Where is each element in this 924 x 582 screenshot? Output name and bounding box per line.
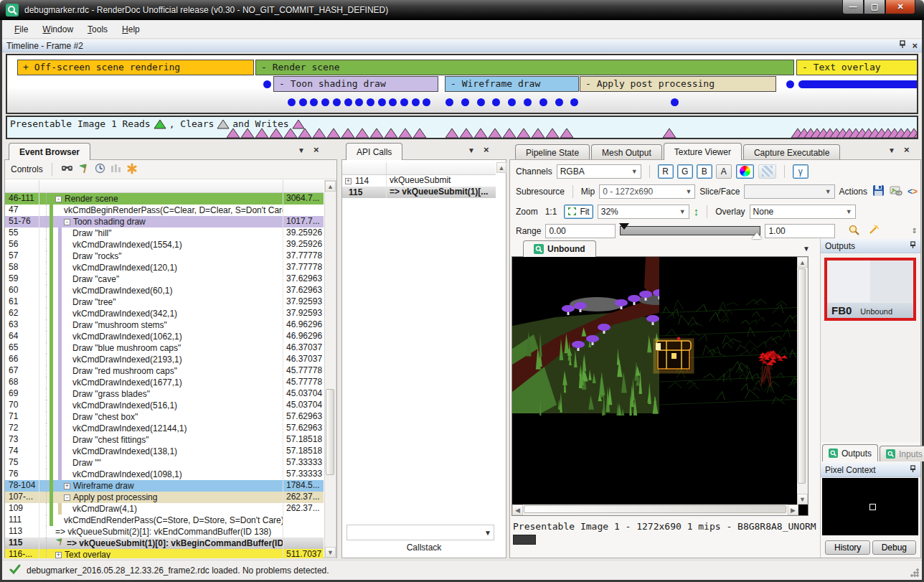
resize-grip[interactable] [910, 568, 919, 577]
zoom-1to1-button[interactable]: 1:1 [542, 205, 560, 219]
tab-capture-executable[interactable]: Capture Executable [743, 144, 840, 160]
find-icon[interactable] [61, 163, 73, 176]
column-api-eid[interactable] [342, 162, 387, 174]
zoom-range-icon[interactable] [848, 224, 860, 238]
event-row[interactable]: 68vkCmdDrawIndexed(1677,1)45.77778 [5, 377, 324, 388]
timeline-event-dot[interactable] [412, 98, 420, 106]
flip-y-icon[interactable]: ↕ [694, 205, 699, 217]
event-row[interactable]: 70vkCmdDrawIndexed(516,1)45.03704 [5, 400, 324, 411]
event-row[interactable]: 64vkCmdDrawIndexed(1062,1)46.96296 [5, 331, 324, 342]
timeline-event-dot[interactable] [389, 98, 397, 106]
event-row[interactable]: 61Draw "tree"37.92593 [5, 296, 324, 308]
timeline-event-dot[interactable] [321, 98, 329, 106]
timeline-event-dot[interactable] [786, 80, 794, 88]
api-calls-header[interactable] [342, 162, 496, 175]
timeline-event-dot[interactable] [355, 98, 363, 106]
event-row[interactable]: 51-76-Toon shading draw1017.7... [5, 216, 324, 227]
channel-a-toggle[interactable]: A [716, 164, 732, 179]
timeline-event-dot[interactable] [446, 98, 453, 106]
menu-item-file[interactable]: File [8, 22, 34, 37]
timeline-event-dot[interactable] [400, 98, 408, 106]
time-icon[interactable] [95, 163, 105, 176]
open-code-icon[interactable]: <> [908, 187, 918, 197]
texture-hscrollbar[interactable]: ◀ ▶ [512, 504, 798, 515]
event-row[interactable]: 66vkCmdDrawIndexed(2193,1)46.37037 [5, 354, 324, 365]
minimize-button[interactable]: — [842, 0, 864, 14]
timeline-marker-bar[interactable]: + Off-screen scene rendering [17, 60, 254, 75]
fit-button[interactable]: Fit [564, 205, 593, 219]
tree-expander[interactable]: - [55, 196, 62, 202]
tree-expander[interactable]: - [64, 494, 70, 501]
channel-b-toggle[interactable]: B [697, 164, 712, 179]
link-icon[interactable] [890, 185, 902, 198]
slice-face-select[interactable]: ▼ [744, 184, 834, 199]
timeline-event-dot[interactable] [378, 98, 386, 106]
maximize-button[interactable]: ▢ [864, 0, 885, 14]
timeline-event-dot[interactable] [333, 98, 341, 106]
timeline-event-dot[interactable] [367, 98, 374, 106]
event-row[interactable]: 115=> vkQueueSubmit(1)[0]: vkBeginComman… [5, 538, 324, 549]
columns-icon[interactable] [110, 163, 121, 176]
texture-list-caret[interactable]: ▼ [803, 245, 810, 253]
api-calls-list[interactable]: + 114vkQueueSubmit 115=> vkQueueSubmit(1… [342, 175, 496, 198]
event-row[interactable]: 60vkCmdDrawIndexed(60,1)37.62963 [5, 285, 324, 296]
pixel-context-view[interactable] [822, 478, 918, 535]
event-row[interactable]: 107-...-Apply post processing262.37... [5, 492, 324, 503]
column-eid[interactable] [5, 180, 39, 192]
callstack-scroll-caret[interactable]: ▼ [484, 529, 491, 537]
timeline-event-dot[interactable] [423, 98, 430, 106]
texture-viewer-menu-caret[interactable]: ▼ [888, 146, 895, 154]
toolbar-overflow-icon[interactable]: ⇕ [912, 227, 918, 235]
callstack-box[interactable]: ▼ [346, 525, 494, 540]
tree-expander[interactable]: + [55, 552, 62, 558]
event-row[interactable]: 47vkCmdBeginRenderPass(C=Clear, D=Clear,… [5, 205, 324, 216]
texture-canvas[interactable]: ▲ ▼ ◀ ▶ [512, 256, 808, 516]
column-api-call[interactable] [387, 162, 496, 174]
tab-mesh-output[interactable]: Mesh Output [591, 144, 662, 160]
timeline-event-dot[interactable] [570, 98, 578, 106]
event-browser-close-icon[interactable]: × [314, 146, 319, 154]
range-white-handle[interactable] [752, 233, 762, 239]
api-calls-menu-caret[interactable]: ▼ [468, 146, 475, 154]
gamma-toggle[interactable]: γ [793, 164, 808, 179]
event-row[interactable]: 111vkCmdEndRenderPass(C=Store, D=Store, … [5, 515, 324, 526]
output-thumbnail-fb0[interactable]: FB0 Unbound [824, 258, 916, 321]
event-row[interactable]: 63Draw "mushroom stems"46.96296 [5, 319, 324, 331]
event-row[interactable]: 116-...+Text overlay511.7037 [5, 549, 324, 558]
zoom-level-select[interactable]: 32%▼ [598, 205, 689, 219]
api-call-row[interactable]: + 114vkQueueSubmit [342, 175, 496, 187]
tree-expander[interactable]: + [64, 483, 70, 489]
autofit-wand-icon[interactable] [867, 224, 880, 238]
event-row[interactable]: 71Draw "chest box"57.62963 [5, 411, 324, 423]
timeline-marker-bar[interactable]: - Render scene [255, 60, 794, 75]
outputs-pin-icon[interactable] [910, 241, 916, 251]
menu-item-tools[interactable]: Tools [81, 22, 114, 37]
event-browser-menu-caret[interactable]: ▼ [298, 146, 305, 154]
alpha-checker-toggle[interactable] [758, 164, 776, 179]
texture-vscrollbar[interactable]: ▲ ▼ [797, 257, 808, 504]
column-name[interactable] [39, 180, 283, 192]
tree-expander[interactable]: + [345, 178, 352, 184]
timeline-event-dot[interactable] [508, 98, 516, 106]
api-call-row[interactable]: 115=> vkQueueSubmit(1)[... [342, 187, 496, 198]
timeline-event-dot[interactable] [524, 98, 532, 106]
channel-r-toggle[interactable]: R [658, 164, 674, 179]
timeline-marker-bar[interactable]: - Toon shading draw [273, 76, 438, 92]
timeline-event-dot[interactable] [461, 98, 469, 106]
save-icon[interactable] [872, 184, 885, 199]
api-calls-scrollbar[interactable]: ▲ [496, 162, 506, 535]
range-black-handle[interactable] [619, 223, 629, 230]
event-row[interactable]: 67Draw "red mushroom caps"45.77778 [5, 365, 324, 377]
pixel-context-pin-icon[interactable] [910, 465, 916, 475]
colorwheel-toggle[interactable] [736, 164, 754, 179]
event-row[interactable]: 74vkCmdDrawIndexed(138,1)57.18518 [5, 446, 324, 457]
timeline-event-dot[interactable] [539, 98, 547, 106]
tab-unbound-texture[interactable]: Unbound [523, 240, 596, 257]
tab-inputs[interactable]: Inputs [880, 446, 924, 461]
event-browser-scrollbar[interactable]: ▲ ▼ [324, 180, 336, 558]
event-row[interactable]: 75Draw ""57.33333 [5, 457, 324, 469]
event-row[interactable]: 57Draw "rocks"37.77778 [5, 250, 324, 262]
api-calls-close-icon[interactable]: × [484, 146, 489, 154]
range-slider[interactable] [620, 225, 760, 238]
event-row[interactable]: 72vkCmdDrawIndexed(12144,1)57.62963 [5, 423, 324, 434]
